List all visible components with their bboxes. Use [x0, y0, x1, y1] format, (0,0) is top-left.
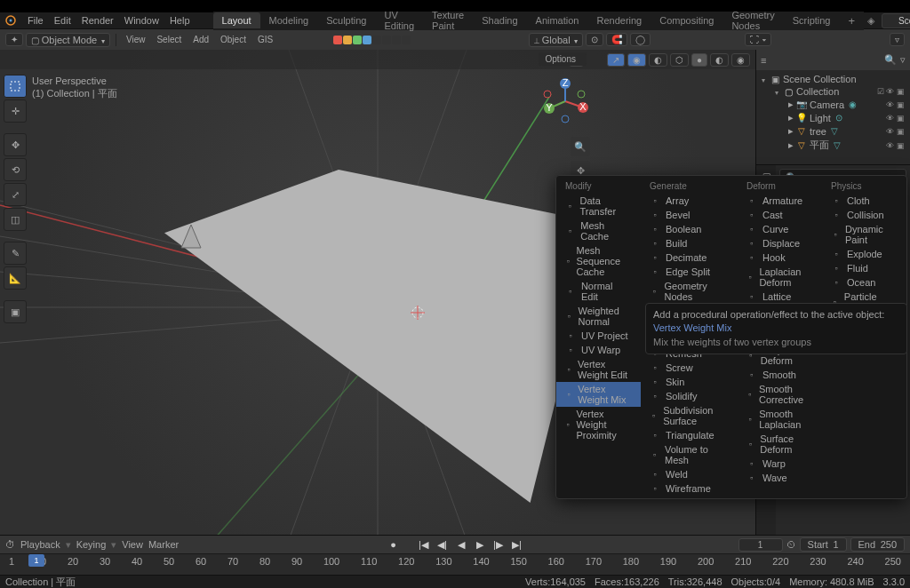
tab-compositing[interactable]: Compositing [651, 12, 722, 28]
modifier-item[interactable]: ▫Smooth Laplacian [738, 407, 822, 432]
outliner-editor-icon[interactable]: ≡ [761, 55, 766, 66]
modifier-item[interactable]: ▫Wave [738, 471, 822, 485]
modifier-item[interactable]: ▫Skin [641, 375, 738, 389]
gizmo-toggle[interactable]: ↗ [607, 53, 625, 67]
play[interactable]: ▶ [472, 537, 488, 552]
timeline-editor-icon[interactable]: ⏱ [5, 539, 15, 550]
modifier-item[interactable]: ▫Build [641, 236, 738, 250]
modifier-item[interactable]: ▫Decimate [641, 250, 738, 265]
overlay-dropdown[interactable]: ⛶ ▾ [745, 33, 771, 46]
modifier-item[interactable]: ▫Vertex Weight Edit [556, 357, 641, 382]
modifier-item[interactable]: ▫Lattice [738, 290, 822, 304]
nav-zoom-icon[interactable]: 🔍 [571, 137, 590, 156]
outliner-search-icon[interactable]: 🔍 [884, 54, 897, 66]
modifier-item[interactable]: ▫Bevel [641, 208, 738, 222]
modifier-item[interactable]: ▫Curve [738, 222, 822, 236]
jump-end[interactable]: ▶| [509, 537, 525, 552]
modifier-item[interactable]: ▫Explode [822, 247, 906, 261]
menu-edit[interactable]: Edit [49, 13, 76, 28]
modifier-item[interactable]: ▫Collision [822, 208, 906, 222]
shading-rendered[interactable]: ◉ [731, 53, 750, 67]
modifier-item[interactable]: ▫Smooth Corrective [738, 382, 822, 407]
modifier-item[interactable]: ▫Edge Split [641, 265, 738, 279]
tab-scripting[interactable]: Scripting [784, 12, 840, 28]
tree-plane-obj[interactable]: ▸▽平面▽👁 ▣ [760, 138, 906, 153]
tab-sculpting[interactable]: Sculpting [317, 12, 375, 28]
tab-shading[interactable]: Shading [473, 12, 526, 28]
proportional-button[interactable]: ◯ [630, 33, 651, 46]
tree-light[interactable]: ▸💡Light⊙👁 ▣ [760, 111, 906, 124]
play-reverse[interactable]: ◀ [453, 537, 469, 552]
menu-render[interactable]: Render [76, 13, 119, 28]
modifier-item[interactable]: ▫Vertex Weight Mix [556, 382, 641, 407]
modifier-item[interactable]: ▫Hook [738, 250, 822, 265]
menu-select[interactable]: Select [152, 34, 186, 45]
modifier-item[interactable]: ▫Subdivision Surface [641, 403, 738, 428]
modifier-item[interactable]: ▫Mesh Sequence Cache [556, 243, 641, 279]
modifier-item[interactable]: ▫Solidify [641, 389, 738, 403]
tool-move[interactable]: ✥ [4, 133, 27, 156]
tab-uv-editing[interactable]: UV Editing [375, 7, 423, 34]
modifier-item[interactable]: ▫Cast [738, 208, 822, 222]
mode-select[interactable]: ▢ Object Mode [26, 33, 110, 47]
tool-cursor[interactable]: ✛ [4, 99, 27, 123]
shading-wireframe[interactable]: ⬡ [670, 53, 689, 67]
modifier-item[interactable]: ▫Data Transfer [556, 194, 641, 219]
tab-animation[interactable]: Animation [527, 12, 588, 28]
filter-button[interactable]: ▿ [890, 33, 905, 46]
keyframe-prev[interactable]: ◀| [435, 537, 451, 552]
auto-key-toggle[interactable]: ● [386, 537, 402, 552]
modifier-item[interactable]: ▫Smooth [738, 368, 822, 382]
modifier-item[interactable]: ▫Displace [738, 236, 822, 250]
modifier-item[interactable]: ▫Screw [641, 361, 738, 375]
shading-material[interactable]: ◐ [710, 53, 729, 67]
modifier-item[interactable]: ▫Vertex Weight Proximity [556, 407, 641, 442]
modifier-item[interactable]: ▫Array [641, 194, 738, 208]
modifier-item[interactable]: ▫Boolean [641, 222, 738, 236]
modifier-item[interactable]: ▫Ocean [822, 275, 906, 290]
snap-tools[interactable] [333, 36, 411, 44]
modifier-item[interactable]: ▫Surface Deform [738, 432, 822, 457]
modifier-item[interactable]: ▫Dynamic Paint [822, 222, 906, 247]
jump-start[interactable]: |◀ [416, 537, 432, 552]
tool-transform[interactable]: ◫ [4, 208, 27, 231]
modifier-item[interactable]: ▫UV Project [556, 329, 641, 343]
menu-view[interactable]: View [122, 34, 150, 45]
overlay-toggle[interactable]: ◉ [627, 53, 646, 67]
modifier-item[interactable]: ▫Weld [641, 467, 738, 481]
clock-icon[interactable]: ⏲ [786, 539, 796, 550]
tab-add[interactable]: + [839, 12, 864, 30]
nav-gizmo[interactable]: X Y Z [540, 76, 590, 126]
shading-solid[interactable]: ● [691, 53, 707, 67]
modifier-item[interactable]: ▫Mesh Cache [556, 219, 641, 243]
xray-toggle[interactable]: ◐ [649, 53, 667, 67]
modifier-item[interactable]: ▫Triangulate [641, 428, 738, 442]
menu-add[interactable]: Add [188, 34, 213, 45]
menu-file[interactable]: File [22, 13, 49, 28]
tree-scene-collection[interactable]: ▣Scene Collection [760, 73, 906, 85]
outliner-filter-icon[interactable]: ▿ [900, 54, 906, 66]
tab-texture-paint[interactable]: Texture Paint [423, 7, 473, 34]
tool-rotate[interactable]: ⟲ [4, 158, 27, 181]
keyframe-next[interactable]: |▶ [491, 537, 507, 552]
menu-window[interactable]: Window [119, 13, 164, 28]
tool-annotate[interactable]: ✎ [4, 242, 27, 265]
modifier-item[interactable]: ▫Normal Edit [556, 279, 641, 304]
orientation-select[interactable]: ⟂ Global [529, 33, 583, 47]
start-frame[interactable]: Start 1 [800, 537, 847, 552]
tree-tree-obj[interactable]: ▸▽tree▽👁 ▣ [760, 124, 906, 138]
tab-layout[interactable]: Layout [213, 12, 260, 28]
modifier-item[interactable]: ▫Warp [738, 457, 822, 471]
tab-modeling[interactable]: Modeling [260, 12, 318, 28]
snap-button[interactable]: 🧲 [606, 33, 627, 46]
modifier-item[interactable]: ▫Laplacian Deform [738, 265, 822, 290]
modifier-item[interactable]: ▫Armature [738, 194, 822, 208]
pivot-button[interactable]: ⊙ [586, 33, 603, 46]
playhead[interactable]: 1 [28, 554, 44, 567]
camera-object[interactable] [178, 223, 204, 254]
tree-camera[interactable]: ▸📷Camera◉👁 ▣ [760, 98, 906, 111]
modifier-item[interactable]: ▫UV Warp [556, 343, 641, 357]
viewport-options[interactable]: Options [539, 52, 587, 66]
modifier-item[interactable]: ▫Fluid [822, 261, 906, 275]
timeline-view[interactable]: View [122, 539, 143, 550]
